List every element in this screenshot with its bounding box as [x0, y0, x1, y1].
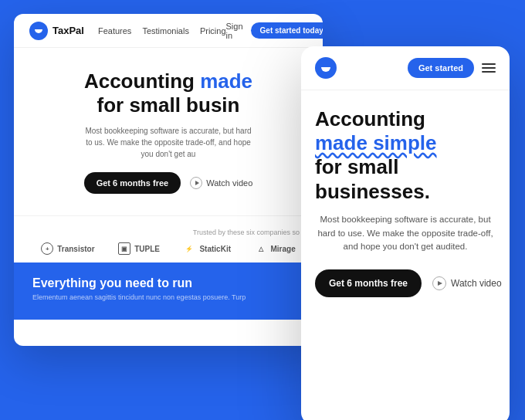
nav-link-features[interactable]: Features [98, 26, 131, 36]
logo-text: TaxPal [52, 25, 84, 36]
mobile-card: Get started Accountingmade simple for sm… [301, 46, 510, 420]
statickit-label: StaticKit [199, 245, 231, 253]
trusted-section: Trusted by these six companies so fo + T… [14, 215, 323, 262]
nav-link-pricing[interactable]: Pricing [200, 26, 226, 36]
company-tuple: ▣ TUPLE [118, 242, 160, 255]
statickit-icon: ⚡ [183, 242, 195, 255]
hamburger-menu-icon[interactable] [482, 63, 496, 73]
desktop-logo: TaxPal [29, 22, 84, 40]
desktop-headline-accent: made [200, 69, 252, 93]
tuple-label: TUPLE [134, 245, 160, 253]
desktop-cta-button[interactable]: Get 6 months free [84, 172, 181, 194]
mobile-cta-row: Get 6 months free Watch video [315, 269, 496, 297]
mobile-headline: Accountingmade simple for smallbusinesse… [315, 107, 496, 204]
mobile-get-started-button[interactable]: Get started [408, 58, 474, 78]
mobile-headline-line1: Accounting [315, 107, 425, 130]
watch-video-label: Watch video [206, 178, 252, 188]
desktop-headline: Accounting madefor small busin [32, 69, 304, 117]
signin-link[interactable]: Sign in [226, 22, 243, 40]
hamburger-line-2 [482, 67, 496, 69]
desktop-navbar: TaxPal Features Testimonials Pricing Sig… [14, 14, 323, 48]
mobile-navbar: Get started [301, 46, 510, 90]
nav-link-testimonials[interactable]: Testimonials [142, 26, 189, 36]
transistor-icon: + [41, 242, 53, 255]
hamburger-line-1 [482, 63, 496, 65]
mobile-watch-link[interactable]: Watch video [432, 276, 502, 290]
company-mirage: △ Mirage [255, 242, 296, 255]
desktop-bottom-section: Everything you need to run Elementum aen… [14, 262, 323, 320]
mobile-headline-accent: made simple [315, 131, 437, 154]
desktop-bottom-subtext: Elementum aenean sagittis tincidunt nunc… [32, 293, 304, 301]
logo-icon [29, 22, 48, 40]
trusted-label: Trusted by these six companies so fo [29, 229, 307, 236]
get-started-button[interactable]: Get started today [251, 22, 323, 39]
mobile-logo-icon [315, 57, 337, 79]
desktop-nav-links: Features Testimonials Pricing [98, 26, 226, 36]
mirage-label: Mirage [271, 245, 296, 253]
company-statickit: ⚡ StaticKit [183, 242, 231, 255]
desktop-subtext: Most bookkeeping software is accurate, b… [83, 125, 253, 160]
desktop-cta-row: Get 6 months free Watch video [32, 172, 304, 194]
tuple-icon: ▣ [118, 242, 130, 255]
watch-video-link[interactable]: Watch video [190, 177, 252, 189]
company-logos: + Transistor ▣ TUPLE ⚡ StaticKit △ Mirag… [29, 242, 307, 255]
mobile-watch-label: Watch video [451, 278, 502, 289]
desktop-hero: Accounting madefor small busin Most book… [14, 48, 323, 206]
desktop-bottom-headline: Everything you need to run [32, 276, 304, 290]
desktop-nav-actions: Sign in Get started today [226, 22, 323, 40]
play-icon [190, 177, 202, 189]
mobile-play-icon [432, 276, 446, 290]
mobile-hero: Accountingmade simple for smallbusinesse… [301, 90, 510, 310]
hamburger-line-3 [482, 71, 496, 73]
mobile-nav-actions: Get started [408, 58, 496, 78]
company-transistor: + Transistor [41, 242, 94, 255]
mobile-subtext: Most bookkeeping software is accurate, b… [315, 213, 496, 254]
mirage-icon: △ [255, 242, 267, 255]
transistor-label: Transistor [57, 245, 94, 253]
mobile-headline-line3: for smallbusinesses. [315, 155, 430, 202]
desktop-card: TaxPal Features Testimonials Pricing Sig… [14, 14, 323, 346]
mobile-cta-button[interactable]: Get 6 months free [315, 269, 422, 297]
